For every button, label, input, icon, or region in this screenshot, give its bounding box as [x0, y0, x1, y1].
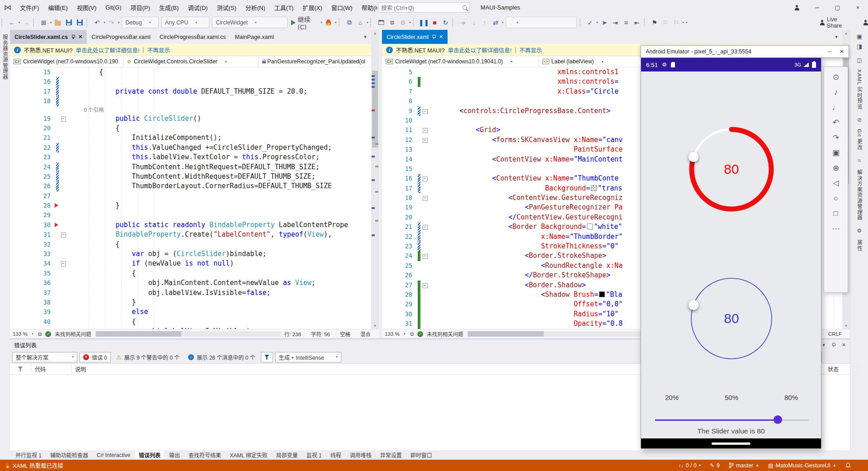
pending-edits[interactable]: ✎9 [710, 462, 720, 469]
repository[interactable]: ▤MatoMusic-GestureUI▲ [768, 462, 836, 469]
split-icon[interactable]: ⧉ [38, 331, 42, 337]
fold-toggle-icon[interactable]: − [423, 128, 428, 133]
fold-toggle-icon[interactable]: − [423, 196, 428, 201]
menu-item-X[interactable]: 扩展(X) [298, 0, 326, 15]
infobar-learn-link[interactable]: 单击此处以了解详细信息! [75, 46, 139, 54]
fold-toggle-icon[interactable]: − [61, 262, 66, 266]
sidebar-item-server-explorer[interactable]: 服务器资源管理器 [1, 34, 9, 80]
restart-icon[interactable]: ↻ [440, 18, 450, 28]
panel-tab-局部变量[interactable]: 局部变量 [273, 451, 302, 459]
breadcrumb-segment[interactable]: C#CircleWidget (net7.0-windows10.0.19041… [382, 56, 539, 67]
panel-tab-XAML 绑定失败[interactable]: XAML 绑定失败 [226, 451, 271, 459]
prev-bookmark-icon[interactable]: ⚐ [660, 18, 670, 28]
fold-toggle-icon[interactable]: − [61, 117, 66, 122]
close-icon[interactable]: ✕ [439, 34, 443, 40]
breadcrumb-segment[interactable]: ⚙CircleWidget.Controls.CircleSlider▾ [123, 56, 259, 67]
navigate-home-icon[interactable]: ⌂ [355, 18, 365, 28]
scroll-down-icon[interactable]: ▼ [371, 323, 379, 329]
cursor-select-icon[interactable]: ➤ [599, 18, 609, 28]
menu-item-N[interactable]: 分析(N) [241, 0, 270, 15]
pin-icon[interactable] [432, 35, 436, 39]
dock-tab-XAML 实时预览[interactable]: ◫XAML 实时预览 [856, 57, 863, 109]
severity-column-header[interactable] [10, 364, 31, 374]
tab-list-icon[interactable]: ▾ [364, 34, 367, 40]
tab-CircleSlider.xaml[interactable]: CircleSlider.xaml✕ [382, 30, 448, 44]
menu-item-S[interactable]: 测试(S) [212, 0, 241, 15]
feedback-button[interactable] [787, 0, 807, 15]
fold-toggle-icon[interactable]: − [423, 109, 428, 114]
zoom-level[interactable]: 133 % [13, 331, 28, 337]
left-editor-vertical-scrollbar[interactable]: ▲▼ [371, 30, 379, 329]
home-icon[interactable]: ○ [834, 193, 838, 204]
tab-CircleSlider.xaml.cs[interactable]: CircleSlider.xaml.cs✕ [10, 30, 87, 44]
process-dropdown[interactable]: ▾ [506, 17, 577, 28]
red-slider-thumb[interactable] [689, 152, 698, 162]
source-dropdown[interactable]: 生成 + IntelliSense▾ [275, 352, 341, 362]
errors-filter-button[interactable]: ✕错误 0 [80, 352, 111, 362]
break-all-icon[interactable]: ❚❚ [419, 18, 429, 28]
debug-config-dropdown[interactable]: Debug▾ [122, 17, 159, 28]
sync-status[interactable]: ↑↓0 / 0▾ [679, 462, 701, 469]
right-editor-horizontal-scrollbar[interactable] [467, 331, 657, 337]
panel-tab-即时窗口[interactable]: 即时窗口 [407, 451, 436, 459]
back-icon[interactable]: ◁ [833, 178, 839, 189]
infobar-dismiss-link[interactable]: 不再显示 [147, 46, 170, 54]
fold-toggle-icon[interactable]: − [423, 138, 428, 143]
layout-window-icon[interactable]: ⧈ [387, 18, 397, 28]
menu-item-F[interactable]: 文件(F) [15, 0, 44, 15]
panel-tab-异常设置[interactable]: 异常设置 [377, 451, 406, 459]
indent-icon[interactable]: ⇥ [610, 18, 620, 28]
fold-toggle-icon[interactable]: − [423, 225, 428, 230]
volume-down-icon[interactable]: ♩ [832, 102, 840, 113]
encoding-mode[interactable]: 混合 [360, 330, 371, 338]
menu-item-T[interactable]: 工具(T) [270, 0, 298, 15]
dock-tab-Git 更改[interactable]: ⊘Git 更改 [856, 117, 863, 150]
menu-item-B[interactable]: 生成(B) [155, 0, 183, 15]
platform-dropdown[interactable]: Any CPU▾ [161, 17, 209, 28]
editor-splitter[interactable] [379, 30, 382, 338]
emulator-close-button[interactable]: ✕ [840, 48, 844, 55]
code-column-header[interactable]: 代码 [31, 364, 71, 374]
codelens-references[interactable]: 0 个引用 [84, 107, 104, 113]
global-search-input[interactable]: 搜索 (Ctrl+Q) [378, 2, 470, 13]
continue-button[interactable]: 继续(C) [289, 18, 320, 28]
breadcrumb-segment[interactable]: PanGestureRecognizer_PanUpdated(ol▾ [259, 56, 379, 67]
dock-tab-属性[interactable]: ⚙属性 [856, 228, 863, 251]
panel-tab-辅助功能检查器[interactable]: 辅助功能检查器 [47, 451, 92, 459]
split-icon[interactable]: ⧉ [410, 331, 414, 337]
pin-icon[interactable] [71, 35, 75, 39]
new-project-icon[interactable]: ⊞ [39, 18, 49, 28]
hot-reload-apply-icon[interactable]: ⇄ [491, 18, 500, 28]
slider-thumb[interactable] [774, 415, 782, 424]
spell-check-icon[interactable]: ✓ [585, 18, 595, 28]
zoom-level[interactable]: 133 % [385, 331, 400, 337]
zoom-icon[interactable]: ⊕ [833, 162, 839, 173]
blue-slider-thumb[interactable] [689, 300, 698, 310]
device-window-icon[interactable]: 🗔 [376, 18, 386, 28]
scroll-up-icon[interactable]: ▲ [842, 30, 850, 37]
bookmark-icon[interactable]: ⚑ [650, 18, 660, 28]
navigate-back-icon[interactable]: ← [7, 18, 17, 28]
live-share-button[interactable]: Live Share [820, 16, 852, 29]
left-editor-horizontal-scrollbar[interactable] [95, 331, 281, 337]
save-all-icon[interactable] [75, 18, 85, 28]
infobar-learn-link[interactable]: 单击此处以了解详细信息! [448, 46, 511, 54]
emulator-minimize-button[interactable]: ─ [827, 48, 831, 55]
tab-list-icon[interactable]: ▾ [835, 34, 838, 40]
save-icon[interactable] [64, 18, 74, 28]
panel-tab-输出[interactable]: 输出 [165, 451, 184, 459]
fold-toggle-icon[interactable]: − [423, 176, 428, 181]
maximize-button[interactable]: ▢ [827, 0, 848, 15]
emulator-screen[interactable]: 6:51 ⚙ 3G 80 80 [641, 58, 821, 449]
panel-tab-C# Interactive[interactable]: C# Interactive [93, 452, 134, 459]
dock-icon[interactable]: ▣ [857, 33, 862, 40]
outdent-icon[interactable]: ⇤ [632, 18, 642, 28]
emulator-titlebar[interactable]: Android Emulator - pixel_5_-_api_33:5554… [641, 45, 849, 58]
menu-item-GitG[interactable]: Git(G) [101, 0, 126, 15]
minimize-button[interactable]: ─ [807, 0, 827, 15]
scope-dropdown[interactable]: 整个解决方案▾ [12, 352, 77, 362]
open-file-icon[interactable] [53, 18, 63, 28]
tab-MainPage.xaml[interactable]: MainPage.xaml [231, 30, 278, 44]
package-icon[interactable]: ⚙ [398, 18, 408, 28]
tab-CircleProgressBar.xaml.cs[interactable]: CircleProgressBar.xaml.cs [155, 30, 231, 44]
